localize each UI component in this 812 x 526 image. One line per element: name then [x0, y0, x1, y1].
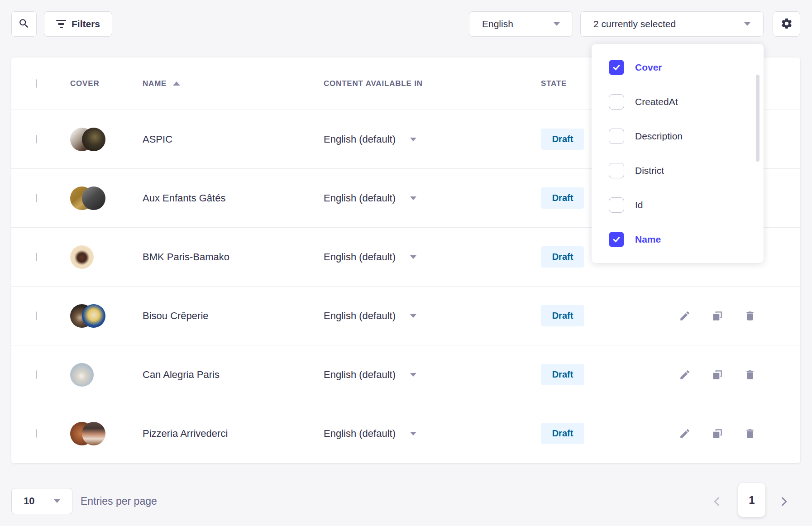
caret-down-icon [410, 373, 416, 377]
cover-avatar-image [82, 422, 105, 445]
previous-page-button[interactable] [711, 495, 723, 509]
locale-dropdown[interactable]: English (default) [324, 428, 541, 440]
column-visibility-select[interactable]: 2 currently selected [580, 11, 764, 37]
entry-name: Can Alegria Paris [143, 369, 324, 381]
dropdown-option-id[interactable]: Id [592, 188, 764, 222]
dropdown-option-createdat[interactable]: CreatedAt [592, 85, 764, 119]
duplicate-button[interactable] [712, 428, 723, 440]
cover-avatar-image [70, 363, 94, 387]
duplicate-icon [712, 369, 723, 381]
magnifier-icon [18, 18, 30, 31]
column-header-content-available-in[interactable]: CONTENT AVAILABLE IN [324, 79, 541, 88]
checkbox[interactable] [609, 60, 624, 75]
table-row[interactable]: Pizzeria Arrivederci English (default) D… [11, 404, 800, 463]
duplicate-icon [712, 428, 723, 440]
trash-icon [744, 369, 756, 381]
locale-dropdown[interactable]: English (default) [324, 251, 541, 263]
entry-name: Bisou Crêperie [143, 310, 324, 322]
filters-button-label: Filters [72, 19, 100, 29]
entries-per-page-select[interactable]: 10 [11, 488, 72, 514]
row-checkbox[interactable] [36, 194, 37, 202]
checkbox[interactable] [609, 232, 624, 247]
entry-name: Aux Enfants Gâtés [143, 192, 324, 204]
select-all-checkbox[interactable] [36, 79, 37, 88]
entry-name: BMK Paris-Bamako [143, 251, 324, 263]
status-badge: Draft [541, 423, 584, 444]
cover-avatars [70, 186, 143, 210]
scrollbar-thumb[interactable] [756, 75, 759, 162]
caret-down-icon [410, 432, 416, 435]
check-icon [612, 235, 621, 244]
status-badge: Draft [541, 187, 584, 209]
column-header-name[interactable]: NAME [143, 79, 324, 88]
row-checkbox[interactable] [36, 253, 37, 261]
checkbox[interactable] [609, 94, 624, 110]
status-badge: Draft [541, 364, 584, 385]
trash-icon [744, 310, 756, 322]
trash-icon [744, 428, 756, 440]
caret-down-icon [54, 499, 60, 503]
status-badge: Draft [541, 305, 584, 326]
edit-button[interactable] [679, 310, 691, 322]
column-visibility-dropdown: Cover CreatedAt Description District Id … [592, 44, 764, 263]
dropdown-option-label: Description [635, 131, 683, 142]
locale-dropdown[interactable]: English (default) [324, 192, 541, 204]
row-checkbox[interactable] [36, 135, 37, 143]
cover-avatars [70, 363, 143, 387]
edit-button[interactable] [679, 369, 691, 381]
pencil-icon [679, 428, 691, 440]
caret-down-icon [744, 22, 750, 26]
delete-button[interactable] [744, 369, 756, 381]
caret-down-icon [410, 138, 416, 141]
table-row[interactable]: Can Alegria Paris English (default) Draf… [11, 345, 800, 404]
locale-dropdown[interactable]: English (default) [324, 134, 541, 145]
delete-button[interactable] [744, 310, 756, 322]
status-badge: Draft [541, 129, 584, 150]
page-1-button[interactable]: 1 [738, 483, 765, 517]
cover-avatar-image [70, 245, 94, 269]
settings-button[interactable] [773, 11, 800, 37]
dropdown-option-description[interactable]: Description [592, 119, 764, 153]
dropdown-option-cover[interactable]: Cover [592, 50, 764, 85]
entry-name: Pizzeria Arrivederci [143, 428, 324, 440]
cover-avatars [70, 304, 143, 328]
caret-down-icon [410, 255, 416, 259]
cover-avatars [70, 128, 143, 151]
search-button[interactable] [11, 11, 37, 37]
caret-down-icon [410, 196, 416, 200]
dropdown-option-label: Id [635, 200, 643, 210]
gear-icon [780, 17, 793, 31]
row-checkbox[interactable] [36, 429, 37, 438]
entries-per-page-value: 10 [24, 495, 34, 507]
table-row[interactable]: Bisou Crêperie English (default) Draft [11, 286, 800, 345]
row-checkbox[interactable] [36, 311, 37, 320]
locale-dropdown[interactable]: English (default) [324, 310, 541, 322]
cover-avatars [70, 422, 143, 445]
filters-button[interactable]: Filters [44, 11, 112, 37]
edit-button[interactable] [679, 428, 691, 440]
dropdown-option-label: CreatedAt [635, 96, 678, 107]
duplicate-button[interactable] [712, 369, 723, 381]
locale-select[interactable]: English [469, 11, 573, 37]
locale-dropdown[interactable]: English (default) [324, 369, 541, 381]
check-icon [612, 63, 621, 72]
dropdown-option-district[interactable]: District [592, 153, 764, 188]
checkbox[interactable] [609, 129, 624, 144]
pencil-icon [679, 310, 691, 322]
duplicate-button[interactable] [712, 310, 723, 322]
pencil-icon [679, 369, 691, 381]
cover-avatar-image [82, 128, 105, 151]
dropdown-option-name[interactable]: Name [592, 222, 764, 257]
delete-button[interactable] [744, 428, 756, 440]
cover-avatars [70, 245, 143, 269]
column-header-cover[interactable]: COVER [70, 79, 143, 88]
next-page-button[interactable] [778, 495, 790, 509]
checkbox[interactable] [609, 197, 624, 213]
column-visibility-label: 2 currently selected [593, 19, 676, 29]
entries-per-page-label: Entries per page [81, 488, 157, 514]
entry-name: ASPIC [143, 134, 324, 145]
duplicate-icon [712, 310, 723, 322]
row-checkbox[interactable] [36, 370, 37, 379]
dropdown-option-label: Cover [635, 62, 662, 73]
checkbox[interactable] [609, 163, 624, 178]
